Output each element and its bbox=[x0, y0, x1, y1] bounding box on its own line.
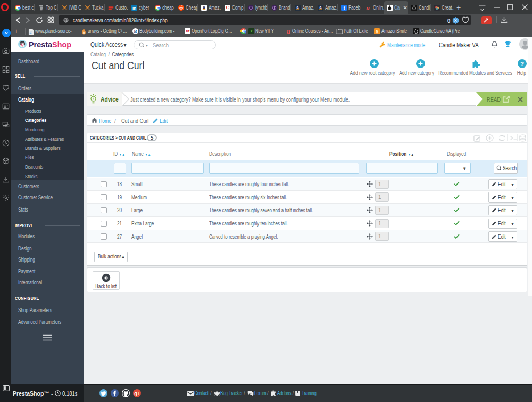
svg-text:Xf: Xf bbox=[186, 29, 190, 34]
svg-text:f: f bbox=[344, 6, 345, 11]
svg-text:in: in bbox=[132, 6, 136, 11]
svg-text:C: C bbox=[226, 5, 229, 10]
svg-text:a: a bbox=[296, 5, 298, 9]
svg-text:Y: Y bbox=[250, 29, 253, 33]
svg-text:a: a bbox=[376, 29, 378, 32]
svg-text:B: B bbox=[134, 28, 137, 34]
svg-text:g+: g+ bbox=[134, 390, 140, 396]
svg-text:a: a bbox=[203, 5, 205, 9]
svg-text:a: a bbox=[320, 5, 322, 9]
svg-text:u: u bbox=[366, 5, 370, 11]
svg-text:u: u bbox=[287, 28, 290, 35]
svg-text:?: ? bbox=[520, 60, 524, 67]
